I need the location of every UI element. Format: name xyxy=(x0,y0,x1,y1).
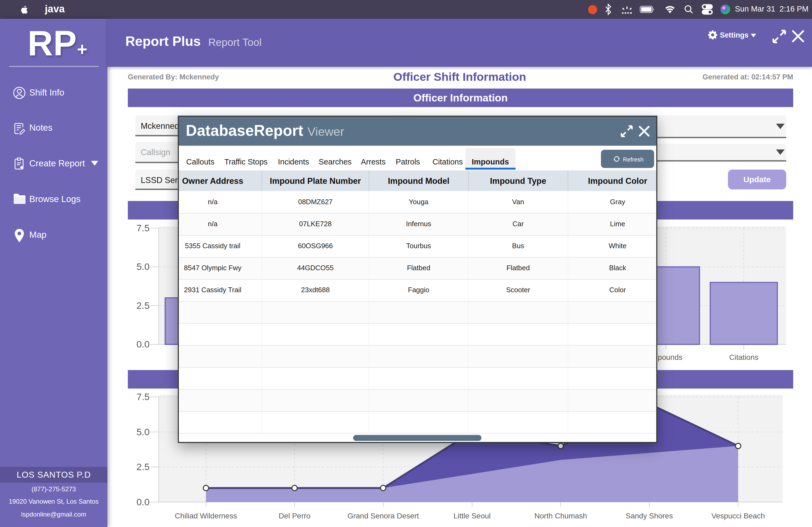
svg-text:Vespucci Beach: Vespucci Beach xyxy=(711,512,765,520)
svg-text:Chiliad Wilderness: Chiliad Wilderness xyxy=(175,512,237,520)
svg-text:0.0: 0.0 xyxy=(136,339,149,349)
svg-text:7.5: 7.5 xyxy=(136,391,149,402)
svg-text:Grand Senora Desert: Grand Senora Desert xyxy=(347,512,419,520)
svg-text:0.0: 0.0 xyxy=(136,497,149,507)
svg-text:Sandy Shores: Sandy Shores xyxy=(626,512,673,520)
svg-text:Citations: Citations xyxy=(729,353,758,361)
svg-text:Little Seoul: Little Seoul xyxy=(453,512,491,520)
svg-text:North Chumash: North Chumash xyxy=(534,512,587,520)
svg-text:2.5: 2.5 xyxy=(136,462,149,472)
svg-text:7.5: 7.5 xyxy=(136,223,149,233)
svg-text:5.0: 5.0 xyxy=(136,427,149,437)
svg-text:2.5: 2.5 xyxy=(136,300,149,311)
svg-text:5.0: 5.0 xyxy=(136,261,149,272)
svg-text:Del Perro: Del Perro xyxy=(279,512,310,520)
